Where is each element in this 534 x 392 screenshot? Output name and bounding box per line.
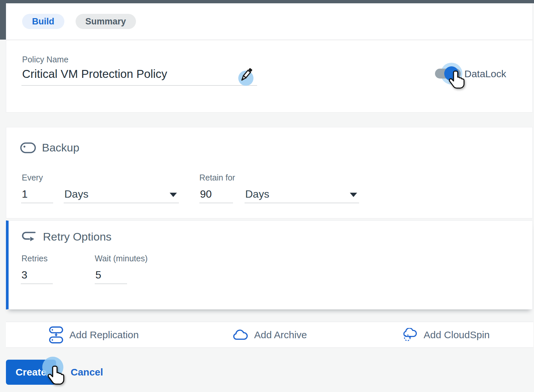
retry-options-panel: Retry Options Retries Wait (minutes) 3 5 bbox=[6, 220, 533, 310]
add-replication-button[interactable]: Add Replication bbox=[6, 326, 182, 343]
backup-pill-icon bbox=[20, 142, 36, 153]
hand-cursor-icon bbox=[447, 70, 468, 92]
add-archive-button[interactable]: Add Archive bbox=[182, 329, 358, 341]
add-cloudspin-button[interactable]: Add CloudSpin bbox=[357, 328, 533, 342]
every-label: Every bbox=[22, 173, 43, 182]
pencil-icon[interactable] bbox=[237, 65, 255, 84]
window-left-edge bbox=[0, 3, 6, 40]
retain-value: 90 bbox=[200, 188, 212, 200]
wait-minutes-label: Wait (minutes) bbox=[95, 254, 148, 263]
policy-name-panel: Policy Name Critical VM Protection Polic… bbox=[6, 40, 533, 113]
retry-options-title: Retry Options bbox=[43, 230, 112, 243]
backup-section-title: Backup bbox=[42, 141, 79, 154]
window-top-edge bbox=[0, 0, 534, 3]
wait-minutes-value: 5 bbox=[95, 269, 101, 281]
tab-summary[interactable]: Summary bbox=[76, 14, 136, 29]
archive-cloud-icon bbox=[232, 329, 248, 341]
add-archive-label: Add Archive bbox=[254, 329, 307, 341]
cloudspin-cloud-refresh-icon bbox=[401, 328, 418, 342]
replication-servers-icon bbox=[49, 326, 63, 343]
add-cloudspin-label: Add CloudSpin bbox=[424, 329, 490, 341]
caret-down-icon bbox=[350, 193, 357, 197]
retries-input[interactable]: 3 bbox=[21, 267, 53, 284]
every-unit-select[interactable]: Days bbox=[64, 186, 179, 203]
retries-value: 3 bbox=[21, 269, 27, 281]
retain-for-label: Retain for bbox=[199, 173, 235, 182]
add-replication-label: Add Replication bbox=[69, 329, 139, 341]
caret-down-icon bbox=[170, 193, 177, 197]
every-value-input[interactable]: 1 bbox=[21, 186, 53, 203]
hand-cursor-icon bbox=[46, 365, 67, 389]
wizard-tabs-panel: Build Summary bbox=[6, 3, 533, 40]
tab-build[interactable]: Build bbox=[22, 14, 64, 29]
wait-minutes-input[interactable]: 5 bbox=[95, 267, 127, 284]
policy-name-underline bbox=[21, 85, 257, 86]
retain-unit-select[interactable]: Days bbox=[245, 186, 359, 203]
every-unit-value: Days bbox=[64, 188, 88, 200]
cancel-button[interactable]: Cancel bbox=[71, 360, 103, 385]
policy-name-label: Policy Name bbox=[22, 55, 68, 64]
every-value: 1 bbox=[22, 188, 28, 200]
policy-extras-bar: Add Replication Add Archive Add CloudSpi… bbox=[6, 322, 533, 348]
retries-label: Retries bbox=[21, 254, 48, 263]
policy-name-value[interactable]: Critical VM Protection Policy bbox=[22, 67, 167, 81]
retry-uturn-arrow-icon bbox=[21, 230, 37, 243]
retain-value-input[interactable]: 90 bbox=[199, 186, 233, 203]
backup-section-panel: Backup Every Retain for 1 Days 90 Days bbox=[6, 127, 533, 218]
retain-unit-value: Days bbox=[245, 188, 269, 200]
datalock-label: DataLock bbox=[464, 68, 506, 80]
